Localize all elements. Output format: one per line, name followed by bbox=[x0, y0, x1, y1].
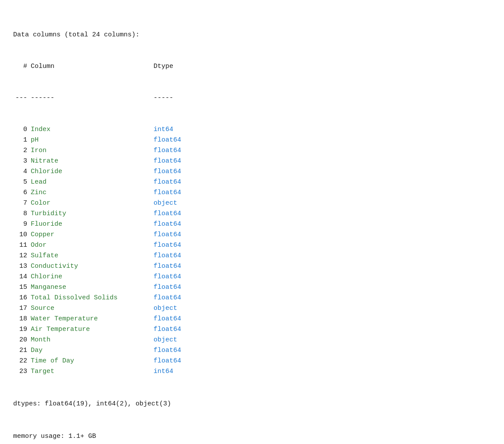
sep-col: ------ bbox=[31, 93, 154, 103]
row-number: 2 bbox=[13, 146, 31, 156]
row-number: 14 bbox=[13, 272, 31, 282]
row-number: 18 bbox=[13, 314, 31, 324]
code-output: Data columns (total 24 columns): # Colum… bbox=[13, 9, 491, 444]
column-name: Nitrate bbox=[31, 156, 154, 167]
row-number: 6 bbox=[13, 188, 31, 198]
table-row: 8Turbidityfloat64 bbox=[13, 209, 491, 219]
dtype-value: float64 bbox=[154, 219, 181, 230]
dtype-value: object bbox=[154, 198, 177, 209]
table-row: 14Chlorinefloat64 bbox=[13, 272, 491, 282]
column-name: Total Dissolved Solids bbox=[31, 293, 154, 303]
dtype-value: float64 bbox=[154, 135, 181, 146]
dtype-value: float64 bbox=[154, 240, 181, 251]
table-row: 10Copperfloat64 bbox=[13, 230, 491, 240]
table-row: 19Air Temperaturefloat64 bbox=[13, 324, 491, 335]
row-number: 12 bbox=[13, 251, 31, 261]
dtype-value: float64 bbox=[154, 167, 181, 177]
memory-usage: memory usage: 1.1+ GB bbox=[13, 431, 491, 442]
table-row: 21Dayfloat64 bbox=[13, 345, 491, 356]
table-row: 15Manganesefloat64 bbox=[13, 282, 491, 293]
row-number: 9 bbox=[13, 219, 31, 230]
dtype-value: float64 bbox=[154, 356, 181, 366]
table-row: 12Sulfatefloat64 bbox=[13, 251, 491, 261]
sep-num: --- bbox=[13, 93, 31, 103]
dtype-value: object bbox=[154, 335, 177, 345]
sep-dtype: ----- bbox=[154, 93, 173, 103]
row-number: 21 bbox=[13, 345, 31, 356]
table-row: 22Time of Dayfloat64 bbox=[13, 356, 491, 366]
table-row: 0Indexint64 bbox=[13, 124, 491, 135]
row-number: 23 bbox=[13, 366, 31, 377]
dtype-header-label: Dtype bbox=[154, 61, 173, 72]
row-number: 17 bbox=[13, 303, 31, 314]
column-name: Day bbox=[31, 345, 154, 356]
column-name: Turbidity bbox=[31, 209, 154, 219]
table-row: 20Monthobject bbox=[13, 335, 491, 345]
column-name: Chlorine bbox=[31, 272, 154, 282]
dtype-value: float64 bbox=[154, 314, 181, 324]
row-number: 22 bbox=[13, 356, 31, 366]
row-number: 3 bbox=[13, 156, 31, 167]
row-number: 0 bbox=[13, 124, 31, 135]
dtype-value: float64 bbox=[154, 146, 181, 156]
dtype-value: float64 bbox=[154, 156, 181, 167]
table-row: 11Odorfloat64 bbox=[13, 240, 491, 251]
row-number: 4 bbox=[13, 167, 31, 177]
table-row: 3Nitratefloat64 bbox=[13, 156, 491, 167]
table-row: 18Water Temperaturefloat64 bbox=[13, 314, 491, 324]
separator-row: --- ------ ----- bbox=[13, 93, 491, 103]
dtype-value: float64 bbox=[154, 282, 181, 293]
dtype-value: float64 bbox=[154, 209, 181, 219]
column-name: Time of Day bbox=[31, 356, 154, 366]
dtype-value: float64 bbox=[154, 251, 181, 261]
table-row: 17Sourceobject bbox=[13, 303, 491, 314]
table-row: 1pHfloat64 bbox=[13, 135, 491, 146]
column-name: Target bbox=[31, 366, 154, 377]
column-name: Copper bbox=[31, 230, 154, 240]
row-number: 7 bbox=[13, 198, 31, 209]
table-row: 7Colorobject bbox=[13, 198, 491, 209]
column-name: Water Temperature bbox=[31, 314, 154, 324]
table-row: 13Conductivityfloat64 bbox=[13, 261, 491, 272]
column-name: pH bbox=[31, 135, 154, 146]
hash-header: # bbox=[13, 61, 31, 72]
row-number: 8 bbox=[13, 209, 31, 219]
column-name: Source bbox=[31, 303, 154, 314]
data-rows-container: 0Indexint641pHfloat642Ironfloat643Nitrat… bbox=[13, 124, 491, 377]
column-name: Lead bbox=[31, 177, 154, 188]
dtype-value: float64 bbox=[154, 188, 181, 198]
column-name: Index bbox=[31, 124, 154, 135]
column-name: Zinc bbox=[31, 188, 154, 198]
table-row: 2Ironfloat64 bbox=[13, 146, 491, 156]
row-number: 19 bbox=[13, 324, 31, 335]
column-name: Conductivity bbox=[31, 261, 154, 272]
dtype-value: float64 bbox=[154, 261, 181, 272]
table-row: 4Chloridefloat64 bbox=[13, 167, 491, 177]
dtype-value: float64 bbox=[154, 230, 181, 240]
dtype-value: float64 bbox=[154, 272, 181, 282]
row-number: 10 bbox=[13, 230, 31, 240]
table-row: 23Targetint64 bbox=[13, 366, 491, 377]
dtype-value: float64 bbox=[154, 345, 181, 356]
column-name: Air Temperature bbox=[31, 324, 154, 335]
column-header-label: Column bbox=[31, 61, 154, 72]
dtypes-summary: dtypes: float64(19), int64(2), object(3) bbox=[13, 399, 491, 409]
dtype-value: float64 bbox=[154, 177, 181, 188]
table-row: 5Leadfloat64 bbox=[13, 177, 491, 188]
column-name: Odor bbox=[31, 240, 154, 251]
column-name: Chloride bbox=[31, 167, 154, 177]
row-number: 11 bbox=[13, 240, 31, 251]
row-number: 1 bbox=[13, 135, 31, 146]
dtype-value: int64 bbox=[154, 124, 173, 135]
row-number: 16 bbox=[13, 293, 31, 303]
column-name: Color bbox=[31, 198, 154, 209]
dtype-value: int64 bbox=[154, 366, 173, 377]
dtype-value: float64 bbox=[154, 324, 181, 335]
column-name: Sulfate bbox=[31, 251, 154, 261]
row-number: 20 bbox=[13, 335, 31, 345]
dtype-value: object bbox=[154, 303, 177, 314]
row-number: 13 bbox=[13, 261, 31, 272]
dtype-value: float64 bbox=[154, 293, 181, 303]
column-headers: # Column Dtype bbox=[13, 61, 491, 72]
column-name: Month bbox=[31, 335, 154, 345]
